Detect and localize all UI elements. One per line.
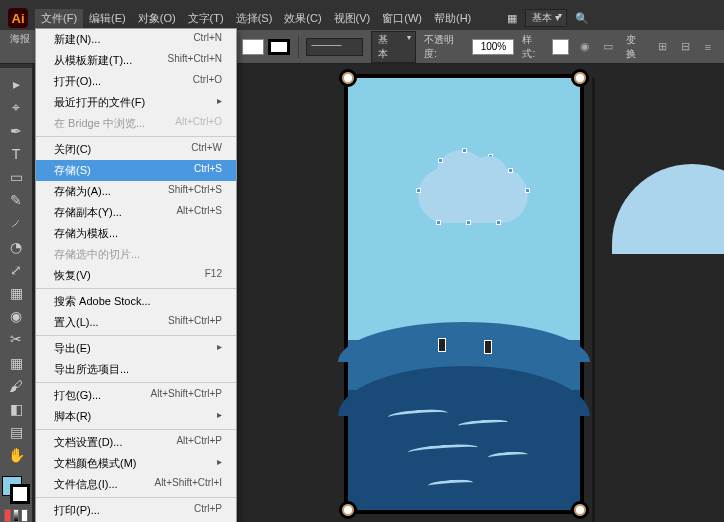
extra-icon3[interactable]: ≡ — [699, 38, 716, 56]
menu-separator — [36, 382, 236, 383]
stroke-style-select[interactable]: ——— — [306, 38, 363, 56]
search-icon[interactable]: 🔍 — [575, 12, 589, 25]
tool-pencil[interactable]: ✎ — [4, 190, 28, 210]
tool-gradient[interactable]: ▦ — [4, 352, 28, 372]
menu-object[interactable]: 对象(O) — [132, 9, 182, 28]
artboard[interactable] — [344, 74, 584, 514]
extra-icon1[interactable]: ⊞ — [654, 38, 671, 56]
tool-brush[interactable]: 🖌 — [4, 376, 28, 396]
style-label: 样式: — [522, 33, 543, 61]
menu-select[interactable]: 选择(S) — [230, 9, 279, 28]
menu-separator — [36, 335, 236, 336]
small-rect-1[interactable] — [438, 338, 446, 352]
tool-eyedropper[interactable]: ✂ — [4, 329, 28, 349]
menu-type[interactable]: 文字(T) — [182, 9, 230, 28]
app-logo: Ai — [8, 8, 28, 28]
fill-swatch[interactable] — [242, 39, 264, 55]
menu-item: 存储选中的切片... — [36, 244, 236, 265]
menu-separator — [36, 497, 236, 498]
menu-separator — [36, 136, 236, 137]
menu-item[interactable]: 打开(O)...Ctrl+O — [36, 71, 236, 92]
document-title: 海报 — [10, 32, 30, 46]
opacity-input[interactable] — [472, 39, 514, 55]
menu-item[interactable]: 搜索 Adobe Stock... — [36, 291, 236, 312]
tool-slice[interactable]: ▤ — [4, 422, 28, 442]
cloud-shape-selected[interactable] — [418, 168, 528, 223]
menu-item[interactable]: 文件信息(I)...Alt+Shift+Ctrl+I — [36, 474, 236, 495]
menu-item[interactable]: 导出(E)▸ — [36, 338, 236, 359]
menu-item[interactable]: 存储(S)Ctrl+S — [36, 160, 236, 181]
color-mode-3[interactable] — [21, 509, 28, 522]
fill-stroke-swatches[interactable] — [2, 476, 30, 502]
tool-shapebuilder[interactable]: ▦ — [4, 283, 28, 303]
menu-item[interactable]: 从模板新建(T)...Shift+Ctrl+N — [36, 50, 236, 71]
menubar: 文件(F) 编辑(E) 对象(O) 文字(T) 选择(S) 效果(C) 视图(V… — [35, 8, 724, 28]
color-mode-2[interactable] — [13, 509, 20, 522]
shape-icon[interactable]: ▭ — [599, 38, 616, 56]
small-rect-2[interactable] — [484, 340, 492, 354]
menu-view[interactable]: 视图(V) — [328, 9, 377, 28]
menu-item[interactable]: 脚本(R)▸ — [36, 406, 236, 427]
menu-item[interactable]: 导出所选项目... — [36, 359, 236, 380]
menu-help[interactable]: 帮助(H) — [428, 9, 477, 28]
tool-type[interactable]: T — [4, 144, 28, 164]
tool-mesh[interactable]: ◉ — [4, 306, 28, 326]
menu-separator — [36, 288, 236, 289]
tool-direct-select[interactable]: ⌖ — [4, 97, 28, 117]
menu-item[interactable]: 最近打开的文件(F)▸ — [36, 92, 236, 113]
stroke-color[interactable] — [10, 484, 30, 504]
menu-item[interactable]: 恢复(V)F12 — [36, 265, 236, 286]
tool-artboard[interactable]: ◧ — [4, 399, 28, 419]
stroke-swatch[interactable] — [268, 39, 290, 55]
corner-handle-bl[interactable] — [339, 501, 357, 519]
tool-rotate[interactable]: ◔ — [4, 236, 28, 256]
toolbox: ▸ ⌖ ✒ T ▭ ✎ ⟋ ◔ ⤢ ▦ ◉ ✂ ▦ 🖌 ◧ ▤ ✋ — [0, 68, 32, 522]
tool-rectangle[interactable]: ▭ — [4, 167, 28, 187]
menu-item[interactable]: 文档颜色模式(M)▸ — [36, 453, 236, 474]
fill-stroke-group — [242, 39, 290, 55]
menu-item[interactable]: 存储为(A)...Shift+Ctrl+S — [36, 181, 236, 202]
corner-handle-tl[interactable] — [339, 69, 357, 87]
menu-window[interactable]: 窗口(W) — [376, 9, 428, 28]
opacity-label: 不透明度: — [424, 33, 464, 61]
menu-item[interactable]: 新建(N)...Ctrl+N — [36, 29, 236, 50]
tool-hand[interactable]: ✋ — [4, 445, 28, 465]
transform-button[interactable]: 变换 — [622, 31, 648, 63]
menu-separator — [36, 429, 236, 430]
workspace-dropdown[interactable]: 基本 ▾ — [525, 9, 567, 27]
brush-preset[interactable]: 基本 — [371, 31, 416, 63]
layout-icon[interactable]: ▦ — [507, 12, 517, 25]
sea-front-shape[interactable] — [348, 390, 580, 510]
menu-item[interactable]: 打印(P)...Ctrl+P — [36, 500, 236, 521]
menu-item[interactable]: 文档设置(D)...Alt+Ctrl+P — [36, 432, 236, 453]
menu-item[interactable]: 存储副本(Y)...Alt+Ctrl+S — [36, 202, 236, 223]
file-menu-dropdown: 新建(N)...Ctrl+N从模板新建(T)...Shift+Ctrl+N打开(… — [35, 28, 237, 522]
menu-item[interactable]: 关闭(C)Ctrl+W — [36, 139, 236, 160]
style-swatch[interactable] — [552, 39, 569, 55]
corner-handle-tr[interactable] — [571, 69, 589, 87]
menu-item[interactable]: 存储为模板... — [36, 223, 236, 244]
menu-file[interactable]: 文件(F) — [35, 9, 83, 28]
color-mode-1[interactable] — [4, 509, 11, 522]
menu-effect[interactable]: 效果(C) — [278, 9, 327, 28]
cloud-shape-2[interactable] — [612, 164, 724, 254]
menu-item[interactable]: 打包(G)...Alt+Shift+Ctrl+P — [36, 385, 236, 406]
tool-scale[interactable]: ⤢ — [4, 260, 28, 280]
align-icon[interactable]: ◉ — [577, 38, 594, 56]
extra-icon2[interactable]: ⊟ — [677, 38, 694, 56]
menu-item[interactable]: 置入(L)...Shift+Ctrl+P — [36, 312, 236, 333]
menu-item: 在 Bridge 中浏览...Alt+Ctrl+O — [36, 113, 236, 134]
tool-selection[interactable]: ▸ — [4, 74, 28, 94]
corner-handle-br[interactable] — [571, 501, 589, 519]
menu-edit[interactable]: 编辑(E) — [83, 9, 132, 28]
tool-line[interactable]: ⟋ — [4, 213, 28, 233]
tool-pen[interactable]: ✒ — [4, 120, 28, 140]
